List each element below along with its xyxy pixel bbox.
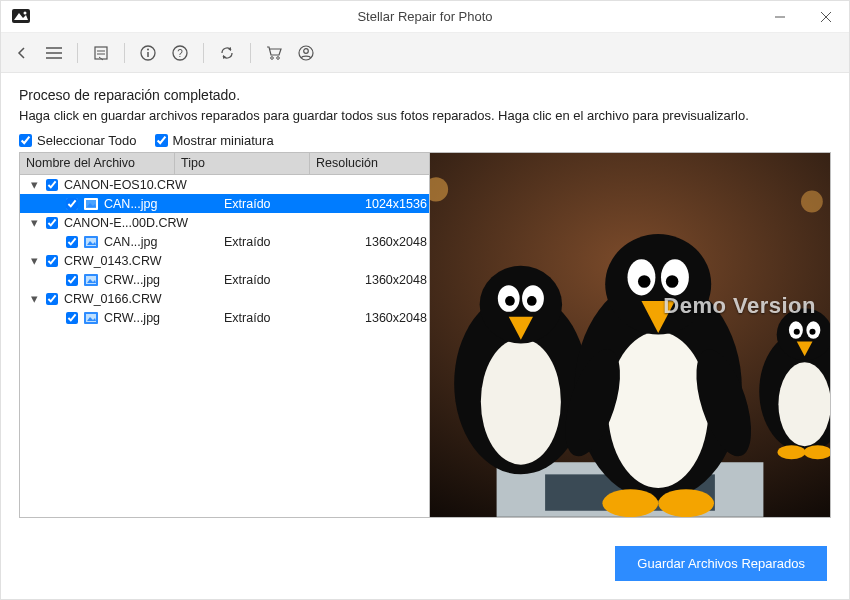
tree-group-row[interactable]: ▾CRW_0143.CRW (20, 251, 429, 270)
file-checkbox[interactable] (66, 312, 78, 324)
file-resolution: 1024x1536 (361, 197, 429, 211)
file-name: CAN...jpg (104, 235, 214, 249)
group-checkbox[interactable] (46, 179, 58, 191)
help-icon[interactable]: ? (167, 40, 193, 66)
svg-point-2 (24, 11, 27, 14)
app-window: Stellar Repair for Photo (0, 0, 850, 600)
toolbar-separator (250, 43, 251, 63)
column-filename[interactable]: Nombre del Archivo (20, 153, 175, 174)
refresh-icon[interactable] (214, 40, 240, 66)
file-list-panel: Nombre del Archivo Tipo Resolución ▾CANO… (20, 153, 430, 517)
image-file-icon (84, 274, 98, 286)
user-icon[interactable] (293, 40, 319, 66)
options-row: Seleccionar Todo Mostrar miniatura (19, 133, 831, 148)
svg-point-20 (271, 56, 274, 59)
file-type: Extraído (220, 311, 355, 325)
tree-file-row[interactable]: CRW...jpgExtraído1360x2048 (20, 270, 429, 289)
image-file-icon (84, 312, 98, 324)
group-checkbox[interactable] (46, 217, 58, 229)
svg-point-44 (505, 296, 515, 306)
tree-group-row[interactable]: ▾CRW_0166.CRW (20, 289, 429, 308)
file-resolution: 1360x2048 (361, 273, 429, 287)
file-checkbox[interactable] (66, 198, 78, 210)
content-area: Proceso de reparación completado. Haga c… (1, 73, 849, 528)
file-type: Extraído (220, 235, 355, 249)
preview-watermark: Demo Version (663, 293, 816, 319)
svg-point-52 (638, 275, 651, 288)
info-icon[interactable] (135, 40, 161, 66)
toolbar: ? (1, 33, 849, 73)
window-controls (757, 1, 849, 32)
tree-file-row[interactable]: CAN...jpgExtraído1024x1536 (20, 194, 429, 213)
file-tree[interactable]: ▾CANON-EOS10.CRWCAN...jpgExtraído1024x15… (20, 175, 429, 517)
close-button[interactable] (803, 1, 849, 32)
toolbar-separator (203, 43, 204, 63)
svg-point-53 (666, 275, 679, 288)
preview-image (430, 153, 830, 517)
file-type: Extraído (220, 273, 355, 287)
toolbar-separator (124, 43, 125, 63)
status-heading: Proceso de reparación completado. (19, 87, 831, 103)
file-type: Extraído (220, 197, 355, 211)
svg-point-70 (801, 191, 823, 213)
group-name: CRW_0143.CRW (64, 254, 162, 268)
svg-point-60 (778, 363, 830, 447)
tree-file-row[interactable]: CRW...jpgExtraído1360x2048 (20, 308, 429, 327)
column-resolution[interactable]: Resolución (310, 153, 429, 174)
tree-group-row[interactable]: ▾CANON-E...00D.CRW (20, 213, 429, 232)
file-resolution: 1360x2048 (361, 311, 429, 325)
footer: Guardar Archivos Reparados (1, 528, 849, 599)
save-repaired-button[interactable]: Guardar Archivos Reparados (615, 546, 827, 581)
svg-point-48 (608, 332, 708, 488)
chevron-down-icon[interactable]: ▾ (28, 253, 40, 268)
svg-point-58 (658, 489, 714, 517)
chevron-down-icon[interactable]: ▾ (28, 215, 40, 230)
show-thumbnail-checkbox[interactable]: Mostrar miniatura (155, 133, 274, 148)
select-all-label: Seleccionar Todo (37, 133, 137, 148)
svg-point-40 (481, 339, 561, 465)
svg-point-64 (794, 329, 800, 335)
select-all-checkbox[interactable]: Seleccionar Todo (19, 133, 137, 148)
file-name: CRW...jpg (104, 311, 214, 325)
svg-text:?: ? (177, 48, 183, 59)
app-icon (5, 1, 37, 33)
svg-point-14 (147, 48, 149, 50)
svg-point-57 (602, 489, 658, 517)
toolbar-separator (77, 43, 78, 63)
group-checkbox[interactable] (46, 255, 58, 267)
back-icon[interactable] (9, 40, 35, 66)
titlebar: Stellar Repair for Photo (1, 1, 849, 33)
image-file-icon (84, 198, 98, 210)
file-name: CRW...jpg (104, 273, 214, 287)
group-name: CANON-E...00D.CRW (64, 216, 188, 230)
svg-point-65 (809, 329, 815, 335)
tree-file-row[interactable]: CAN...jpgExtraído1360x2048 (20, 232, 429, 251)
svg-rect-9 (95, 47, 107, 59)
file-resolution: 1360x2048 (361, 235, 429, 249)
svg-point-67 (778, 445, 806, 459)
main-panel: Nombre del Archivo Tipo Resolución ▾CANO… (19, 152, 831, 518)
group-name: CANON-EOS10.CRW (64, 178, 187, 192)
list-icon[interactable] (88, 40, 114, 66)
group-checkbox[interactable] (46, 293, 58, 305)
window-title: Stellar Repair for Photo (1, 9, 849, 24)
preview-panel[interactable]: Demo Version (430, 153, 830, 517)
cart-icon[interactable] (261, 40, 287, 66)
file-checkbox[interactable] (66, 236, 78, 248)
column-type[interactable]: Tipo (175, 153, 310, 174)
show-thumbnail-input[interactable] (155, 134, 168, 147)
file-checkbox[interactable] (66, 274, 78, 286)
instructions-text: Haga click en guardar archivos reparados… (19, 107, 831, 125)
minimize-button[interactable] (757, 1, 803, 32)
chevron-down-icon[interactable]: ▾ (28, 177, 40, 192)
show-thumbnail-label: Mostrar miniatura (173, 133, 274, 148)
chevron-down-icon[interactable]: ▾ (28, 291, 40, 306)
tree-group-row[interactable]: ▾CANON-EOS10.CRW (20, 175, 429, 194)
image-file-icon (84, 236, 98, 248)
file-list-header: Nombre del Archivo Tipo Resolución (20, 153, 429, 175)
svg-point-45 (527, 296, 537, 306)
menu-icon[interactable] (41, 40, 67, 66)
select-all-input[interactable] (19, 134, 32, 147)
svg-point-23 (304, 48, 309, 53)
file-name: CAN...jpg (104, 197, 214, 211)
